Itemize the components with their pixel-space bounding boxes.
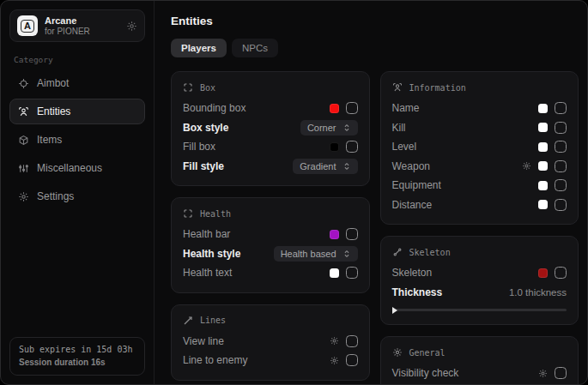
row-label: Name <box>392 102 420 114</box>
checkbox[interactable] <box>555 367 567 379</box>
checkbox[interactable] <box>346 354 358 366</box>
checkbox[interactable] <box>346 228 358 240</box>
dropdown-value: Corner <box>307 123 336 133</box>
sidebar: A Arcane for PIONER Category Aimbot Enti… <box>1 1 155 384</box>
setting-row: View line <box>183 332 358 352</box>
color-swatch[interactable] <box>330 142 339 152</box>
bone-icon <box>392 247 403 257</box>
row-label: Box style <box>183 122 228 134</box>
slider-row: Thickness 1.0 thickness <box>392 283 567 303</box>
sidebar-item-entities[interactable]: Entities <box>9 99 145 124</box>
setting-row: Health text <box>183 263 358 283</box>
checkbox[interactable] <box>555 102 567 114</box>
brand-subtitle: for PIONER <box>45 27 90 36</box>
dropdown-value: Health based <box>281 249 336 259</box>
row-settings-gear-icon[interactable] <box>538 369 548 378</box>
row-label: Level <box>392 141 417 153</box>
slider-row: Max distance 500m <box>392 383 567 385</box>
checkbox[interactable] <box>555 179 567 191</box>
person-scan-icon <box>392 82 403 93</box>
setting-row: Skeleton <box>392 263 567 283</box>
row-label: View line <box>183 335 224 347</box>
fill-style-dropdown[interactable]: Gradient <box>293 159 357 174</box>
panel-general: General Visibility check Max distance 50… <box>380 336 579 384</box>
row-label: Fill style <box>183 160 224 172</box>
row-label: Fill box <box>183 141 215 153</box>
color-swatch[interactable] <box>538 123 548 132</box>
setting-row: Health bar <box>183 225 358 244</box>
row-label: Health bar <box>183 228 230 240</box>
row-settings-gear-icon[interactable] <box>330 356 339 365</box>
panel-title: Information <box>409 83 466 93</box>
row-label: Health style <box>183 248 240 260</box>
row-label: Health text <box>183 267 232 279</box>
sidebar-item-label: Miscellaneous <box>37 162 102 174</box>
color-swatch[interactable] <box>538 181 548 190</box>
brand-logo: A <box>17 15 38 36</box>
setting-row: Line to enemy <box>183 351 358 370</box>
setting-row: Box style Corner <box>183 118 358 138</box>
unfold-icon <box>342 123 351 132</box>
checkbox[interactable] <box>555 199 567 211</box>
box-style-dropdown[interactable]: Corner <box>300 120 358 135</box>
brand-settings-icon[interactable] <box>126 21 137 32</box>
person-scan-icon <box>18 106 29 117</box>
thickness-slider[interactable] <box>392 309 567 311</box>
setting-row: Equipment <box>392 176 567 196</box>
color-swatch[interactable] <box>330 230 339 239</box>
health-style-dropdown[interactable]: Health based <box>274 246 358 262</box>
checkbox[interactable] <box>346 141 358 153</box>
page-title: Entities <box>171 15 579 27</box>
checkbox[interactable] <box>346 335 358 347</box>
sidebar-item-settings[interactable]: Settings <box>9 183 145 209</box>
panel-health: Health Health bar Health style Health ba… <box>171 197 370 293</box>
setting-row: Name <box>392 99 567 118</box>
checkbox[interactable] <box>555 267 567 279</box>
checkbox[interactable] <box>555 122 567 134</box>
color-swatch[interactable] <box>330 268 339 278</box>
panel-box: Box Bounding box Box style Corner <box>171 71 370 186</box>
sidebar-item-items[interactable]: Items <box>9 127 145 153</box>
app-window: A Arcane for PIONER Category Aimbot Enti… <box>0 0 588 385</box>
checkbox[interactable] <box>555 141 567 153</box>
color-swatch[interactable] <box>538 200 548 209</box>
setting-row: Fill style Gradient <box>183 157 358 177</box>
panel-title: Health <box>200 209 231 219</box>
color-swatch[interactable] <box>538 142 548 152</box>
sidebar-item-label: Settings <box>37 190 74 202</box>
frame-corners-icon <box>183 208 193 219</box>
gear-icon <box>392 347 403 358</box>
sidebar-item-label: Items <box>37 134 62 146</box>
row-settings-gear-icon[interactable] <box>330 336 339 346</box>
brand-card: A Arcane for PIONER <box>9 9 145 42</box>
tab-npcs[interactable]: NPCs <box>232 39 278 57</box>
slider-handle[interactable] <box>392 307 397 314</box>
sidebar-item-label: Aimbot <box>37 77 69 89</box>
checkbox[interactable] <box>346 102 358 114</box>
checkbox[interactable] <box>346 267 358 279</box>
crosshair-icon <box>18 78 29 89</box>
setting-row: Kill <box>392 118 567 138</box>
color-swatch[interactable] <box>538 161 548 171</box>
sidebar-item-aimbot[interactable]: Aimbot <box>9 70 145 96</box>
color-swatch[interactable] <box>538 268 548 278</box>
panel-lines: Lines View line Line to enemy <box>171 304 370 381</box>
session-duration-text: Session duration 16s <box>19 358 136 367</box>
row-label: Equipment <box>392 179 441 191</box>
setting-row: Fill box <box>183 137 358 157</box>
diagonal-line-icon <box>183 316 193 326</box>
panel-information: Information Name Kill <box>380 71 579 225</box>
sidebar-item-miscellaneous[interactable]: Miscellaneous <box>9 155 145 181</box>
checkbox[interactable] <box>555 160 567 172</box>
tab-bar: Players NPCs <box>171 39 579 57</box>
row-settings-gear-icon[interactable] <box>522 161 531 171</box>
sidebar-item-label: Entities <box>37 105 70 117</box>
setting-row: Bounding box <box>183 99 358 118</box>
subscription-box: Sub expires in 15d 03h Session duration … <box>9 337 145 376</box>
row-label: Kill <box>392 122 406 134</box>
color-swatch[interactable] <box>330 104 339 113</box>
color-swatch[interactable] <box>538 104 548 113</box>
category-label: Category <box>14 55 141 64</box>
setting-row: Health style Health based <box>183 244 358 264</box>
tab-players[interactable]: Players <box>171 39 227 57</box>
